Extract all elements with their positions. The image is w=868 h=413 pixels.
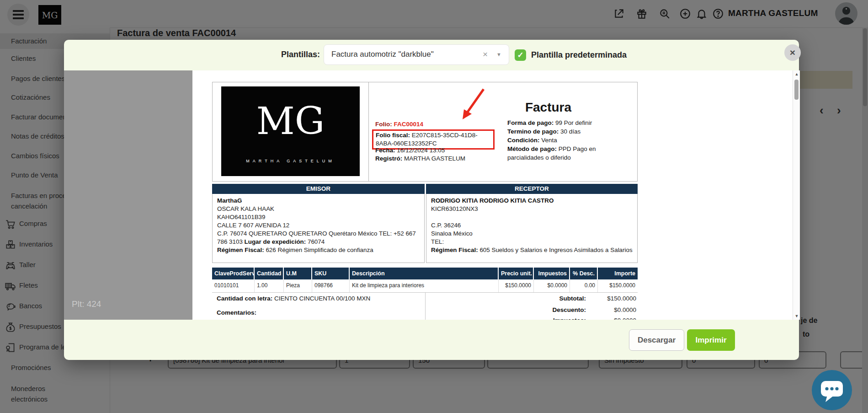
folio-label: Folio: (375, 121, 392, 128)
folio-field: Folio: FAC00014 (375, 121, 423, 128)
scroll-down-icon[interactable]: ▼ (794, 314, 799, 318)
screen: MG MARTHA GASTELUM Facturación Clientes … (0, 0, 868, 413)
invoice-logo-subtext: MARTHA GASTELUM (221, 159, 360, 163)
default-template-label: Plantilla predeterminada (531, 50, 627, 60)
invoice-preview-pane: MG MARTHA GASTELUM Folio: FAC00014 Folio… (192, 70, 793, 320)
template-preview-modal: Plantillas: Factura automotriz "darkblue… (64, 40, 799, 360)
imprimir-button[interactable]: Imprimir (687, 329, 735, 351)
comments-label: Comentarios: (217, 309, 256, 316)
template-select[interactable]: Factura automotriz "darkblue" × ▼ (324, 44, 509, 65)
receptor-header: RECEPTOR (426, 184, 638, 194)
receptor-block: RODRIGO KITIA RODRIGO KITIA CASTRO KICR6… (426, 194, 638, 263)
header-divider (368, 82, 369, 182)
impuestos-row: Impuestos: $0.0000 (468, 317, 636, 320)
registro-field: Registró: MARTHA GASTELUM (375, 155, 465, 162)
amount-in-words: Cantidad con letra: CIENTO CINCUENTA 00/… (217, 295, 370, 302)
items-table-header: ClaveProdServ Cantidad U.M SKU Descripci… (212, 268, 638, 279)
folio-value: FAC00014 (394, 121, 424, 128)
plantillas-label: Plantillas: (238, 50, 320, 59)
invoice-title: Factura (459, 100, 638, 115)
invoice-logo-mg: MG (221, 99, 360, 143)
template-select-value: Factura automotriz "darkblue" (331, 50, 434, 59)
preview-scrollbar-thumb[interactable] (794, 80, 799, 100)
close-modal-button[interactable]: × (784, 44, 801, 61)
emisor-header: EMISOR (212, 184, 425, 194)
chat-fab[interactable] (812, 370, 852, 410)
template-id-label: Plt: 424 (72, 299, 101, 309)
invoice-document: MG MARTHA GASTELUM Folio: FAC00014 Folio… (212, 82, 638, 320)
descuento-row: Descuento: $0.0000 (468, 306, 636, 313)
scroll-up-icon[interactable]: ▲ (794, 72, 799, 76)
default-template-checkbox[interactable]: ✓ (515, 49, 526, 61)
items-table-row: 01010101 1.00 Pieza 098766 Kit de limpie… (212, 279, 638, 293)
preview-scrollbar[interactable]: ▲ ▼ (793, 70, 800, 320)
invoice-logo: MG MARTHA GASTELUM (221, 86, 360, 176)
fecha-field: Fecha: 16/12/2024 13:05 (375, 147, 445, 154)
emisor-block: MarthaG OSCAR KALA HAAK KAHO641101B39 CA… (212, 194, 425, 263)
chat-bubble-icon (812, 370, 852, 410)
subtotal-row: Subtotal: $150.0000 (468, 295, 636, 302)
chevron-down-icon[interactable]: ▼ (496, 52, 501, 57)
preview-backdrop: Plt: 424 (64, 70, 192, 320)
totals-divider (425, 292, 426, 320)
descargar-button[interactable]: Descargar (629, 329, 684, 351)
check-icon: ✓ (517, 51, 523, 59)
payment-info-block: Forma de pago: 99 Por definir Termino de… (507, 118, 608, 162)
clear-selection-icon[interactable]: × (483, 49, 488, 59)
folio-fiscal-label: Folio fiscal: (376, 132, 410, 139)
